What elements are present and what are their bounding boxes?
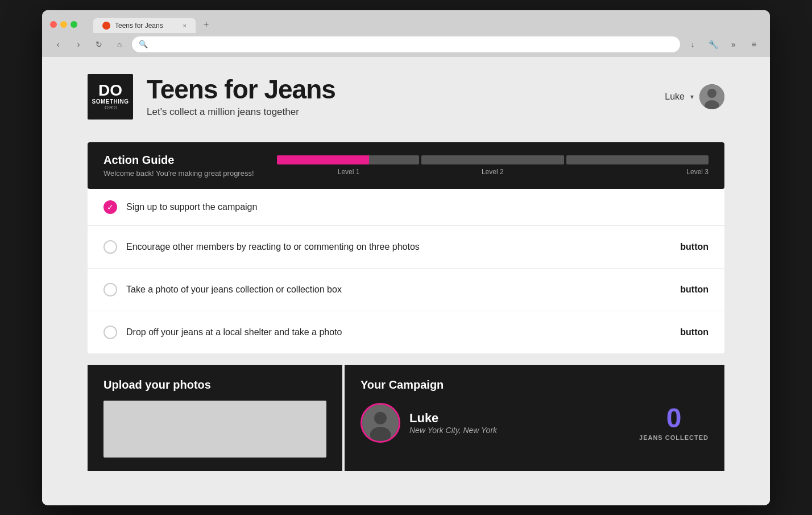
overflow-button[interactable]: » [726,36,741,52]
campaign-user-location: New York City, New York [409,426,630,435]
campaign-title: Teens for Jeans [147,75,335,104]
user-name-label: Luke [665,92,685,102]
title-bar: Teens for Jeans × + [42,10,770,33]
tab-close-button[interactable]: × [183,22,187,29]
progress-segment-2 [421,155,564,164]
user-avatar[interactable] [699,84,724,109]
traffic-lights [50,21,77,28]
progress-level2-label: Level 2 [421,168,565,176]
campaign-title-block: Teens for Jeans Let's collect a million … [147,75,335,118]
checkmark-icon: ✓ [107,203,114,212]
progress-bars [277,155,709,164]
progress-segment-3 [566,155,709,164]
task-item: Drop off your jeans at a local shelter a… [88,311,724,353]
campaign-user-info: Luke New York City, New York [409,411,630,435]
jeans-count: 0 JEANS COLLECTED [639,405,709,441]
back-button[interactable]: ‹ [50,36,66,52]
progress-segment-1 [277,155,419,164]
tab-title: Teens for Jeans [115,22,163,30]
upload-section: Upload your photos [88,365,342,471]
action-guide-text: Action Guide Welcome back! You're making… [103,154,254,178]
task-1-checkbox[interactable]: ✓ [103,200,117,214]
campaign-section: Your Campaign Luke New York City, New Y [345,365,724,471]
logo-do-text: DO [98,83,122,98]
task-4-button[interactable]: button [680,323,709,342]
forward-icon: › [77,40,80,49]
user-menu-chevron-icon: ▾ [690,93,694,101]
refresh-icon: ↻ [96,40,102,49]
header-left: DO SOMETHING .ORG Teens for Jeans Let's … [88,74,335,120]
search-icon: 🔍 [139,40,148,48]
svg-point-5 [370,427,391,442]
nav-bar: ‹ › ↻ ⌂ 🔍 ↓ 🔧 » ≡ [42,33,770,57]
task-2-checkbox[interactable] [103,240,117,254]
refresh-button[interactable]: ↻ [91,36,107,52]
campaign-user-name: Luke [409,411,630,426]
upload-area[interactable] [103,401,326,458]
active-tab[interactable]: Teens for Jeans × [93,18,196,33]
new-tab-button[interactable]: + [197,16,216,33]
task-3-checkbox[interactable] [103,283,117,296]
campaign-subtitle: Let's collect a million jeans together [147,106,335,118]
home-icon: ⌂ [117,40,122,49]
home-button[interactable]: ⌂ [111,36,127,52]
campaign-avatar-svg [362,403,399,443]
tab-favicon [102,22,110,30]
task-2-label: Encourage other members by reacting to o… [126,242,671,252]
progress-level3-label: Level 3 [565,168,709,176]
task-1-label: Sign up to support the campaign [126,202,709,212]
maximize-button[interactable] [71,21,77,28]
action-guide: Action Guide Welcome back! You're making… [88,142,724,189]
task-item: Take a photo of your jeans collection or… [88,269,724,311]
upload-section-title: Upload your photos [103,378,326,392]
action-guide-subtitle: Welcome back! You're making great progre… [103,169,254,178]
task-item: ✓ Sign up to support the campaign [88,189,724,226]
minimize-button[interactable] [60,21,67,28]
main-content: Action Guide Welcome back! You're making… [42,131,770,483]
browser-window: Teens for Jeans × + ‹ › ↻ ⌂ 🔍 [42,10,770,505]
avatar-image [699,84,724,109]
progress-level1-label: Level 1 [277,168,421,176]
site-header: DO SOMETHING .ORG Teens for Jeans Let's … [42,57,770,131]
progress-labels: Level 1 Level 2 Level 3 [277,168,709,176]
campaign-section-title: Your Campaign [361,378,709,392]
browser-chrome: Teens for Jeans × + ‹ › ↻ ⌂ 🔍 [42,10,770,57]
user-menu[interactable]: Luke ▾ [665,84,724,109]
svg-point-1 [707,89,716,98]
jeans-collected-label: JEANS COLLECTED [639,434,709,441]
campaign-user-row: Luke New York City, New York 0 JEANS COL… [361,403,709,443]
tab-bar: Teens for Jeans × + [93,16,216,33]
extensions-button[interactable]: 🔧 [705,36,721,52]
avatar-svg [699,84,724,109]
svg-point-4 [374,411,387,424]
bottom-grid: Upload your photos Your Campaign [88,365,724,471]
logo-org-text: .ORG [102,105,118,110]
task-4-checkbox[interactable] [103,326,117,339]
jeans-collected-number: 0 [639,405,709,432]
menu-button[interactable]: ≡ [746,36,762,52]
progress-container: Level 1 Level 2 Level 3 [277,155,709,176]
dosomething-logo[interactable]: DO SOMETHING .ORG [88,74,133,120]
task-3-button[interactable]: button [680,280,709,299]
nav-right-controls: ↓ 🔧 » ≡ [685,36,762,52]
address-bar: 🔍 [132,36,680,52]
action-guide-title: Action Guide [103,154,254,167]
task-2-button[interactable]: button [680,237,709,257]
close-button[interactable] [50,21,57,28]
forward-button[interactable]: › [71,36,86,52]
campaign-user-avatar [361,403,400,443]
task-item: Encourage other members by reacting to o… [88,226,724,269]
task-4-label: Drop off your jeans at a local shelter a… [126,327,671,337]
tasks-container: ✓ Sign up to support the campaign Encour… [88,189,724,353]
back-icon: ‹ [57,40,60,49]
address-input[interactable] [151,40,673,48]
logo-something-text: SOMETHING [92,98,129,105]
download-button[interactable]: ↓ [685,36,701,52]
task-3-label: Take a photo of your jeans collection or… [126,285,671,295]
page-content: DO SOMETHING .ORG Teens for Jeans Let's … [42,57,770,505]
